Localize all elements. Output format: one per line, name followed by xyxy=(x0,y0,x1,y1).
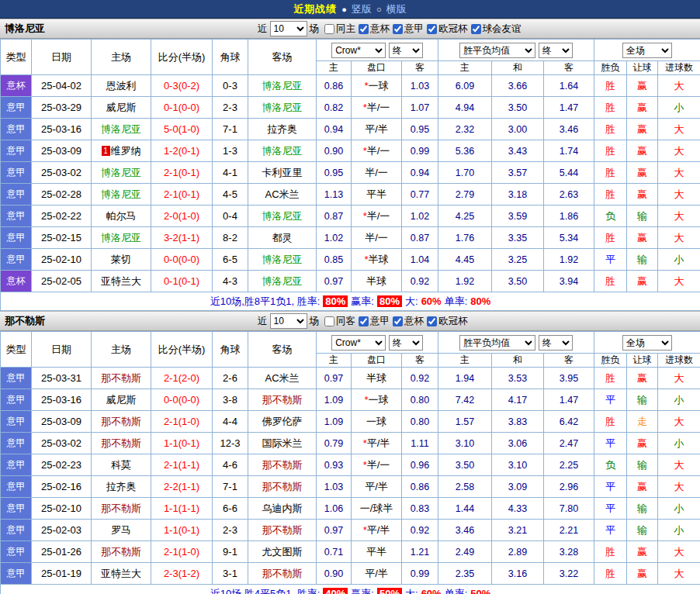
result-wdl: 胜 xyxy=(594,184,627,205)
home-team-link[interactable]: 威尼斯 xyxy=(92,389,151,411)
home-team-link[interactable]: 拉齐奥 xyxy=(92,476,151,498)
home-team-link[interactable]: 博洛尼亚 xyxy=(92,184,151,205)
away-team-link[interactable]: 博洛尼亚 xyxy=(248,271,317,292)
checkbox-input[interactable] xyxy=(359,316,369,326)
checkbox-input[interactable] xyxy=(324,24,334,34)
home-team-link[interactable]: 亚特兰大 xyxy=(92,563,151,585)
layout-option-vertical[interactable]: 竖版 xyxy=(352,2,372,16)
avg-time-select[interactable]: 终 xyxy=(539,43,573,58)
result-goals: 大 xyxy=(658,119,700,140)
home-team-link[interactable]: 那不勒斯 xyxy=(92,368,151,389)
avg-time-select[interactable]: 终 xyxy=(539,335,573,351)
avg-away-odds: 3.95 xyxy=(544,368,594,389)
sub-col-home-odds: 主 xyxy=(317,354,352,368)
home-team-link[interactable]: 1维罗纳 xyxy=(92,140,151,162)
sub-col-avg-home: 主 xyxy=(438,354,492,368)
win-rate-badge: 80% xyxy=(323,295,348,307)
away-team-link[interactable]: 那不勒斯 xyxy=(248,454,317,476)
filter-checkbox[interactable]: 意甲 xyxy=(355,315,390,328)
sub-col-wdl: 胜负 xyxy=(594,354,627,368)
favorite-star-icon: * xyxy=(364,394,368,406)
home-team-link[interactable]: 那不勒斯 xyxy=(92,498,151,520)
match-row: 意甲25-03-09那不勒斯2-1(1-0)4-4佛罗伦萨1.09一球0.801… xyxy=(1,411,700,433)
away-team-link[interactable]: 那不勒斯 xyxy=(248,389,317,411)
filter-checkbox[interactable]: 意杯 xyxy=(355,22,390,36)
away-team-link[interactable]: AC米兰 xyxy=(248,368,317,389)
away-team-link[interactable]: 佛罗伦萨 xyxy=(248,411,317,433)
filter-checkbox[interactable]: 欧冠杯 xyxy=(424,22,468,36)
filter-checkbox[interactable]: 同主 xyxy=(321,22,355,36)
avg-draw-odds: 3.43 xyxy=(492,140,544,162)
home-team-link[interactable]: 那不勒斯 xyxy=(92,411,151,433)
home-team-link[interactable]: 帕尔马 xyxy=(92,205,151,227)
odds-time-select[interactable]: 终 xyxy=(389,43,423,58)
avg-odds-select[interactable]: 胜平负均值 xyxy=(459,43,535,58)
result-goals: 小 xyxy=(658,520,700,541)
corners: 3-8 xyxy=(213,389,248,411)
match-count-select[interactable]: 10 xyxy=(270,313,307,329)
radio-selected-icon[interactable]: ● xyxy=(341,5,347,14)
away-team-link[interactable]: 卡利亚里 xyxy=(248,162,317,184)
match-row: 意杯25-02-05亚特兰大0-1(0-1)4-3博洛尼亚0.97半球0.921… xyxy=(1,271,700,292)
filter-checkbox[interactable]: 意甲 xyxy=(390,22,424,36)
away-team-link[interactable]: 博洛尼亚 xyxy=(248,97,317,119)
checkbox-input[interactable] xyxy=(471,24,481,34)
avg-home-odds: 3.10 xyxy=(438,433,492,454)
home-team-link[interactable]: 亚特兰大 xyxy=(92,271,151,292)
corners: 4-4 xyxy=(213,411,248,433)
away-team-link[interactable]: 那不勒斯 xyxy=(248,563,317,585)
checkbox-input[interactable] xyxy=(393,24,403,34)
layout-option-horizontal[interactable]: 横版 xyxy=(386,2,407,16)
filter-checkbox[interactable]: 欧冠杯 xyxy=(424,315,468,328)
away-team-link[interactable]: 那不勒斯 xyxy=(248,520,317,541)
home-team-link[interactable]: 科莫 xyxy=(92,454,151,476)
away-team-link[interactable]: 国际米兰 xyxy=(248,433,317,454)
result-goals: 大 xyxy=(658,368,700,389)
bookmaker-select[interactable]: Crow* xyxy=(331,43,386,58)
avg-home-odds: 2.32 xyxy=(438,119,492,140)
checkbox-input[interactable] xyxy=(427,316,437,326)
filter-checkbox[interactable]: 球会友谊 xyxy=(468,22,522,36)
bookmaker-select[interactable]: Crow* xyxy=(331,335,386,351)
filter-checkbox[interactable]: 同客 xyxy=(321,315,355,328)
scope-select[interactable]: 全场 xyxy=(622,335,672,351)
away-team-link[interactable]: 乌迪内斯 xyxy=(248,498,317,520)
home-team-link[interactable]: 罗马 xyxy=(92,520,151,541)
away-team-link[interactable]: AC米兰 xyxy=(248,184,317,205)
home-team-link[interactable]: 莱切 xyxy=(92,249,151,271)
home-team-link[interactable]: 博洛尼亚 xyxy=(92,162,151,184)
home-team-link[interactable]: 那不勒斯 xyxy=(92,541,151,563)
away-odds: 0.80 xyxy=(402,389,438,411)
avg-home-odds: 2.35 xyxy=(438,563,492,585)
checkbox-input[interactable] xyxy=(359,24,369,34)
home-team-link[interactable]: 威尼斯 xyxy=(92,97,151,119)
odds-time-select[interactable]: 终 xyxy=(389,335,423,351)
avg-odds-select[interactable]: 胜平负均值 xyxy=(459,335,535,351)
away-team-link[interactable]: 博洛尼亚 xyxy=(248,249,317,271)
home-team-link[interactable]: 博洛尼亚 xyxy=(92,227,151,249)
checkbox-input[interactable] xyxy=(324,316,334,326)
checkbox-input[interactable] xyxy=(393,316,403,326)
match-count-select[interactable]: 10 xyxy=(270,21,307,36)
home-odds: 0.87 xyxy=(317,205,352,227)
filter-checkbox[interactable]: 意杯 xyxy=(390,315,424,328)
filter-label: 球会友谊 xyxy=(483,22,522,36)
away-team-link[interactable]: 博洛尼亚 xyxy=(248,75,317,97)
away-team-link[interactable]: 都灵 xyxy=(248,227,317,249)
checkbox-input[interactable] xyxy=(427,24,437,34)
corners: 2-6 xyxy=(213,368,248,389)
home-team-link[interactable]: 恩波利 xyxy=(92,75,151,97)
home-odds: 0.86 xyxy=(317,75,352,97)
scope-select[interactable]: 全场 xyxy=(622,43,672,58)
home-team-link[interactable]: 那不勒斯 xyxy=(92,433,151,454)
filter-label: 意甲 xyxy=(404,22,424,36)
away-team-link[interactable]: 博洛尼亚 xyxy=(248,140,317,162)
away-team-link[interactable]: 那不勒斯 xyxy=(248,476,317,498)
away-team-link[interactable]: 博洛尼亚 xyxy=(248,205,317,227)
avg-draw-odds: 3.25 xyxy=(492,249,544,271)
radio-unselected-icon[interactable]: ○ xyxy=(376,5,382,14)
away-team-link[interactable]: 拉齐奥 xyxy=(248,119,317,140)
home-team-link[interactable]: 博洛尼亚 xyxy=(92,119,151,140)
away-team-link[interactable]: 尤文图斯 xyxy=(248,541,317,563)
score: 1-2(0-1) xyxy=(151,140,213,162)
